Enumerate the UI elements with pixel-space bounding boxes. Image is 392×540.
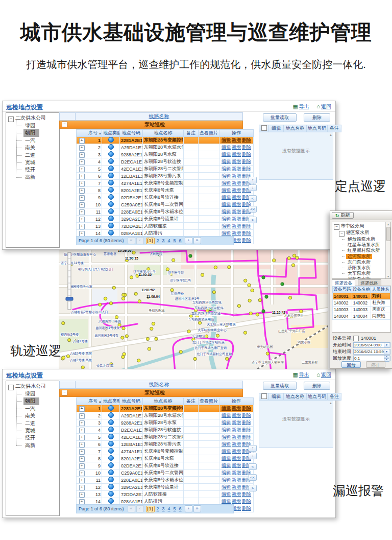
op-delete-link[interactable]: 删除 (242, 434, 251, 439)
map-marker[interactable] (179, 350, 182, 354)
row-expand-icon[interactable]: + (79, 428, 85, 433)
tree-node[interactable]: 东门泵水所 (346, 260, 390, 265)
map-marker[interactable] (244, 279, 247, 282)
move-right-button[interactable]: > (249, 217, 257, 223)
map-marker[interactable] (121, 297, 125, 300)
pager-page-link[interactable]: 3 (161, 506, 166, 511)
pager-last-button[interactable]: » (193, 505, 201, 512)
op-add-link[interactable]: 新增 (232, 470, 241, 475)
stop-button[interactable]: 停止 (366, 361, 385, 368)
op-add-link[interactable]: 新增 (232, 202, 241, 207)
map-marker[interactable] (122, 353, 126, 356)
pager-page-link[interactable]: 6 (178, 506, 183, 511)
tree-node[interactable]: 济阳泵水所 (346, 265, 390, 271)
op-add-link[interactable]: 新增 (232, 216, 241, 221)
table-row[interactable]: +39288A2E1东朝阳28号水泵编辑新增删除 (77, 151, 254, 158)
playback-button[interactable]: 回放 (341, 361, 361, 368)
collapse-icon[interactable]: − (8, 116, 14, 122)
table-row[interactable]: +612EBA1E1东朝阳28号排污泵编辑新增删除 (77, 173, 254, 180)
op-edit-link[interactable]: 编辑 (222, 406, 231, 411)
op-add-link[interactable]: 新增 (232, 166, 241, 171)
tree-root-node[interactable]: −二次供水公司 (6, 383, 59, 390)
pager-page-link[interactable]: 6 (178, 238, 183, 243)
tree-node[interactable]: 高新 (6, 174, 59, 181)
column-header[interactable]: 序号▲ (87, 398, 102, 405)
tree-node[interactable]: 红星车场泵水所 (346, 242, 390, 248)
map-marker[interactable] (292, 254, 296, 257)
column-header[interactable]: 设备号码 (333, 287, 352, 293)
op-add-link[interactable]: 新增 (232, 173, 241, 178)
row-expand-icon[interactable]: + (79, 138, 85, 144)
map-marker[interactable] (205, 335, 208, 338)
table-row[interactable]: +2A29DA1E1东朝阳28号水箱水位编辑新增删除 (77, 412, 254, 419)
batch-read-button[interactable]: 批量读取 (263, 382, 297, 390)
op-edit-link[interactable]: 编辑 (222, 230, 231, 236)
map-marker[interactable] (287, 256, 290, 260)
map-marker-active[interactable] (281, 283, 284, 286)
row-expand-icon[interactable]: + (79, 174, 85, 179)
map-marker[interactable] (237, 304, 240, 308)
op-delete-link[interactable]: 删除 (242, 506, 251, 511)
tree-node[interactable]: 宽城 (6, 427, 59, 434)
op-edit-link[interactable]: 编辑 (222, 491, 231, 497)
map-marker[interactable] (68, 339, 71, 342)
map-marker[interactable] (172, 259, 175, 262)
column-header[interactable]: 备注 (184, 130, 199, 137)
tree-node[interactable]: 经开 (6, 434, 59, 441)
op-delete-link[interactable]: 删除 (242, 413, 251, 418)
tree-node[interactable]: 红星新村泵水所 (346, 248, 390, 253)
route-name-header-link[interactable]: 线路名称 (76, 381, 242, 388)
map-marker[interactable] (99, 303, 102, 306)
map-marker[interactable] (251, 289, 254, 292)
select-all-checkbox[interactable] (261, 125, 267, 131)
map-marker[interactable] (62, 321, 65, 324)
op-delete-link[interactable]: 删除 (242, 166, 251, 171)
table-row[interactable]: +12281A2E1东朝阳28号变频控制柜编辑新增删除 (77, 137, 254, 144)
table-row[interactable]: +88201A2E1长庆南8号水泵编辑新增删除 (77, 455, 254, 462)
map-marker[interactable] (137, 359, 140, 362)
tree-node[interactable]: 绿园 (6, 122, 59, 129)
back-link[interactable]: ⌂返回 (316, 104, 331, 109)
op-add-link[interactable]: 新增 (232, 499, 241, 504)
row-expand-icon[interactable]: + (79, 188, 85, 194)
column-header[interactable]: 地点号码 (120, 130, 143, 137)
map-marker[interactable] (134, 292, 137, 295)
device-row[interactable]: 140003140003周富庆 (333, 307, 390, 313)
map-marker[interactable] (273, 259, 276, 262)
map-marker[interactable] (122, 326, 125, 330)
scroll-thumb[interactable] (386, 227, 390, 241)
map-marker[interactable] (288, 296, 291, 299)
map-marker[interactable] (266, 352, 269, 355)
column-header[interactable]: 地点名称 (143, 130, 184, 137)
table-row[interactable]: +11228EA0E1长庆南8号水箱水位编辑新增删除 (77, 208, 254, 216)
op-edit-link[interactable]: 编辑 (222, 173, 231, 178)
move-all-left-button[interactable]: << (249, 474, 257, 481)
pager-next-button[interactable]: › (185, 505, 192, 512)
tree-node[interactable]: 高新 (6, 442, 59, 449)
scroll-down-icon[interactable]: ▼ (386, 275, 390, 278)
op-edit-link[interactable]: 编辑 (222, 202, 231, 207)
op-add-link[interactable]: 新增 (232, 434, 241, 439)
export-link[interactable]: ▦导出 (292, 104, 309, 109)
table-row[interactable]: +902DEA2E1长庆南8号软连接编辑新增删除 (77, 194, 254, 201)
op-add-link[interactable]: 新增 (232, 456, 241, 461)
dropdown-icon[interactable]: ▼ (384, 342, 389, 348)
column-header[interactable]: 设备名称 (352, 287, 371, 293)
row-expand-icon[interactable]: + (79, 435, 85, 440)
map-marker[interactable] (125, 335, 128, 338)
map-marker-active[interactable] (189, 254, 192, 257)
column-header[interactable]: 备注 (184, 398, 199, 405)
op-edit-link[interactable]: 编辑 (222, 499, 231, 504)
op-delete-link[interactable]: 删除 (242, 238, 251, 243)
row-expand-icon[interactable]: + (79, 485, 85, 490)
table-row[interactable]: +2A29DA1E1东朝阳28号水箱水位编辑新增删除 (77, 144, 254, 151)
op-edit-link[interactable]: 编辑 (222, 470, 231, 475)
op-edit-link[interactable]: 编辑 (222, 420, 231, 425)
row-expand-icon[interactable]: + (79, 167, 85, 172)
map-marker[interactable] (138, 300, 141, 303)
map[interactable]: 10:59:5611:00:1511:05:3511:01:5211:06:04… (59, 248, 328, 372)
pager-first-button[interactable]: « (128, 505, 135, 512)
column-header[interactable]: 地点类型 (102, 398, 120, 405)
op-edit-link[interactable]: 编辑 (222, 427, 231, 432)
op-edit-link[interactable]: 编辑 (222, 484, 231, 489)
